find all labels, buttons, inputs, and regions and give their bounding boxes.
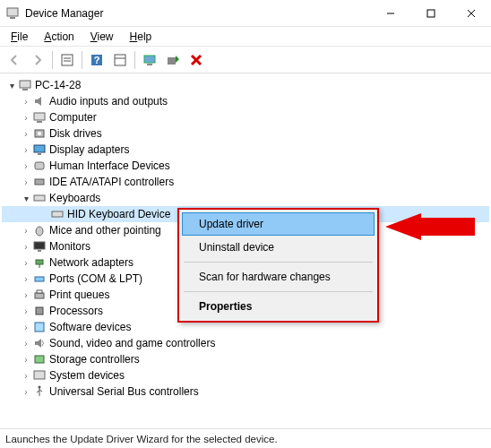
tree-item-label: HID Keyboard Device [67,208,170,220]
chevron-right-icon[interactable]: › [20,290,32,300]
chevron-right-icon[interactable]: › [20,371,32,381]
chevron-right-icon[interactable]: › [20,339,32,349]
toolbar: ? [0,47,491,73]
speaker-icon [32,94,47,108]
svg-rect-1 [10,17,15,19]
svg-rect-40 [35,293,44,298]
chevron-down-icon[interactable]: ▾ [20,194,32,203]
svg-rect-37 [36,260,43,264]
tree-root[interactable]: ▾ PC-14-28 [2,77,489,93]
menu-help[interactable]: Help [123,29,159,45]
toolbar-separator [52,51,53,69]
chevron-right-icon[interactable]: › [20,306,32,316]
svg-rect-42 [36,307,43,314]
printer-icon [32,288,47,302]
ide-icon [32,175,47,189]
tree-item[interactable]: ›Audio inputs and outputs [2,93,489,109]
chevron-right-icon[interactable]: › [20,242,32,252]
svg-rect-36 [38,250,41,252]
minimize-button[interactable] [370,0,410,27]
keyboard-icon [50,207,65,221]
chevron-down-icon[interactable]: ▾ [5,81,18,90]
tree-item[interactable]: ›Display adapters [2,142,489,158]
svg-rect-31 [52,211,63,217]
disk-icon [32,126,47,141]
svg-rect-18 [20,81,30,88]
chevron-right-icon[interactable]: › [20,145,32,155]
tree-item[interactable]: ›Disk drives [2,125,489,142]
chevron-right-icon[interactable]: › [20,274,32,284]
hid-icon [32,159,47,173]
chevron-right-icon[interactable]: › [20,129,32,139]
chevron-right-icon[interactable]: › [20,161,32,171]
svg-point-34 [36,227,43,236]
chevron-right-icon[interactable]: › [20,387,32,397]
svg-rect-15 [168,57,176,65]
tree-item-label: Storage controllers [49,353,140,366]
maximize-button[interactable] [410,0,451,27]
tree-item-label: Ports (COM & LPT) [49,272,142,285]
svg-rect-21 [37,121,42,123]
chevron-right-icon[interactable]: › [20,113,32,123]
svg-rect-3 [427,10,435,17]
toolbar-back-button[interactable] [4,49,25,71]
display-icon [32,142,47,157]
tree-item[interactable]: ›Storage controllers [2,351,489,367]
toolbar-uninstall-icon[interactable] [185,49,207,71]
tree-item-label: Print queues [49,289,109,301]
ctx-uninstall-device[interactable]: Uninstall device [182,236,375,259]
svg-rect-14 [147,64,152,65]
tree-item[interactable]: ›IDE ATA/ATAPI controllers [2,174,489,190]
tree-item-label: Display adapters [49,143,129,156]
svg-rect-20 [34,113,45,120]
toolbar-scan-icon[interactable] [139,49,160,71]
ctx-update-driver[interactable]: Update driver [182,212,375,236]
chevron-right-icon[interactable]: › [20,97,32,107]
svg-rect-25 [38,153,41,155]
toolbar-separator [82,51,82,69]
svg-rect-26 [35,162,44,169]
usb-icon [32,384,47,399]
tree-item[interactable]: ▾Keyboards [2,190,489,206]
tree-item[interactable]: ›Sound, video and game controllers [2,335,489,351]
tree-item[interactable]: ›System devices [2,367,489,383]
tree-root-label: PC-14-28 [35,79,81,91]
toolbar-detail-icon[interactable] [56,49,78,71]
menu-file[interactable]: File [4,29,35,45]
svg-rect-45 [34,371,45,379]
titlebar: Device Manager [0,0,491,27]
menu-view[interactable]: View [83,29,121,45]
toolbar-forward-button[interactable] [27,49,48,71]
software-icon [32,320,47,334]
toolbar-update-icon[interactable] [162,49,184,71]
ctx-scan-hardware[interactable]: Scan for hardware changes [182,265,375,289]
chevron-right-icon[interactable]: › [20,177,32,187]
toolbar-properties-icon[interactable] [109,49,131,71]
tree-item[interactable]: ›Computer [2,109,489,125]
chevron-right-icon[interactable]: › [20,323,32,332]
svg-text:?: ? [94,55,100,65]
chevron-right-icon[interactable]: › [20,355,32,365]
tree-item[interactable]: ›Universal Serial Bus controllers [2,383,489,400]
computer-icon [18,78,32,92]
statusbar-text: Launches the Update Driver Wizard for th… [5,434,278,444]
chevron-right-icon[interactable]: › [20,226,32,236]
menu-action[interactable]: Action [37,29,81,45]
context-menu-separator [184,291,373,292]
tree-item[interactable]: ›Human Interface Devices [2,158,489,174]
context-menu: Update driver Uninstall device Scan for … [177,208,379,323]
tree-item-label: Disk drives [49,127,102,140]
svg-rect-43 [35,323,44,332]
window-title: Device Manager [25,7,370,20]
toolbar-help-icon[interactable]: ? [86,49,108,71]
tree-item-label: Audio inputs and outputs [49,95,168,108]
tree-item-label: Human Interface Devices [49,159,170,172]
ctx-properties[interactable]: Properties [182,295,375,318]
close-button[interactable] [451,0,491,27]
system-icon [32,368,47,383]
svg-point-23 [38,132,41,135]
monitor-icon [32,239,47,254]
chevron-right-icon[interactable]: › [20,258,32,268]
context-menu-separator [184,262,373,263]
app-icon [5,6,20,21]
